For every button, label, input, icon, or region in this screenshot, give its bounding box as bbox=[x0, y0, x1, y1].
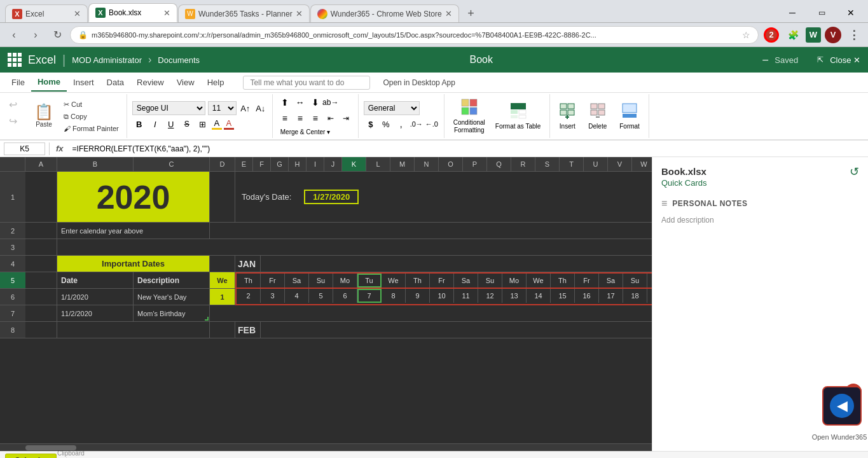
col-head-w[interactable]: W bbox=[632, 157, 652, 171]
close-window-button[interactable]: ✕ bbox=[836, 3, 865, 22]
indent-decrease-btn[interactable]: ⇤ bbox=[324, 111, 338, 125]
cal-d16[interactable]: 16 bbox=[575, 289, 599, 303]
cal-day-fr3[interactable]: Sa bbox=[599, 274, 623, 288]
cal-day-mo1[interactable]: Mo bbox=[333, 274, 357, 288]
col-head-k[interactable]: K bbox=[342, 157, 366, 171]
wunder-fab[interactable]: ◀ bbox=[822, 386, 862, 426]
cal-day-sa3[interactable]: Su bbox=[623, 274, 647, 288]
ribbon-tab-view[interactable]: View bbox=[170, 74, 201, 91]
cal-day-tu2[interactable]: We bbox=[527, 274, 551, 288]
font-decrease-btn[interactable]: A↓ bbox=[254, 102, 267, 114]
tab-book[interactable]: X Book.xlsx ✕ bbox=[88, 3, 177, 22]
cell-e1[interactable]: Today's Date: 1/27/2020 bbox=[235, 172, 652, 223]
col-head-j[interactable]: J bbox=[324, 157, 342, 171]
row-head-3[interactable]: 3 bbox=[0, 239, 25, 256]
scroll-thumb[interactable] bbox=[25, 445, 76, 450]
decimal-increase-btn[interactable]: .0→ bbox=[410, 117, 424, 131]
ribbon-tab-review[interactable]: Review bbox=[130, 74, 170, 91]
align-center-btn[interactable]: ≡ bbox=[293, 111, 307, 125]
align-right-btn[interactable]: ≡ bbox=[308, 111, 322, 125]
cal-day-su3[interactable]: Mo bbox=[647, 274, 652, 288]
redo-button[interactable]: ↪ bbox=[5, 113, 20, 128]
minimize-button[interactable]: ─ bbox=[778, 3, 807, 22]
ribbon-tab-home[interactable]: Home bbox=[31, 73, 67, 92]
cell-feb-label[interactable]: FEB bbox=[235, 322, 261, 338]
strikethrough-button[interactable]: S bbox=[180, 117, 194, 131]
cal-d17[interactable]: 17 bbox=[599, 289, 623, 303]
merge-btn[interactable]: Merge & Center ▾ bbox=[278, 127, 333, 137]
ribbon-tab-insert[interactable]: Insert bbox=[67, 74, 100, 91]
app-grid-icon[interactable] bbox=[8, 53, 22, 67]
fill-color-btn[interactable]: A bbox=[212, 118, 222, 130]
cell-a5[interactable] bbox=[25, 272, 57, 289]
cell-c7[interactable]: Mom's Birthday bbox=[134, 305, 210, 322]
formula-fx-icon[interactable]: fx bbox=[53, 144, 66, 153]
cal-d18[interactable]: 18 bbox=[623, 289, 647, 303]
cell-b3[interactable] bbox=[57, 239, 652, 256]
cal-d10[interactable]: 10 bbox=[430, 289, 454, 303]
cal-day-su1[interactable]: Su bbox=[309, 274, 333, 288]
close-panel-btn[interactable]: Close ✕ bbox=[830, 55, 860, 65]
tab-excel-close[interactable]: ✕ bbox=[74, 9, 81, 18]
col-head-f[interactable]: F bbox=[253, 157, 271, 171]
col-head-r[interactable]: R bbox=[511, 157, 535, 171]
cal-d4[interactable]: 4 bbox=[285, 289, 309, 303]
font-size-select[interactable]: 11 bbox=[208, 101, 237, 115]
ribbon-search-input[interactable] bbox=[243, 76, 370, 90]
cell-d2-rest[interactable] bbox=[210, 223, 652, 239]
align-top-btn[interactable]: ⬆ bbox=[278, 95, 292, 109]
decimal-decrease-btn[interactable]: ←.0 bbox=[425, 117, 439, 131]
align-middle-btn[interactable]: ↔ bbox=[293, 95, 307, 109]
cal-d3[interactable]: 3 bbox=[261, 289, 285, 303]
col-head-g[interactable]: G bbox=[271, 157, 289, 171]
cal-day-su2[interactable]: Su bbox=[478, 274, 502, 288]
cell-jan-label[interactable]: JAN bbox=[235, 256, 261, 272]
col-head-d[interactable]: D bbox=[210, 157, 235, 171]
row-head-2[interactable]: 2 bbox=[0, 223, 25, 239]
ribbon-tab-file[interactable]: File bbox=[5, 74, 31, 91]
font-name-select[interactable]: Segoe UI bbox=[132, 101, 205, 115]
more-options-button[interactable]: ⋮ bbox=[845, 26, 863, 44]
paste-button[interactable]: 📋 Paste bbox=[29, 95, 59, 137]
cal-day-fr1[interactable]: Fr bbox=[261, 274, 285, 288]
number-format-select[interactable]: General bbox=[364, 101, 420, 115]
format-as-table-btn[interactable]: Format as Table bbox=[492, 101, 545, 132]
cell-a3[interactable] bbox=[25, 239, 57, 256]
cell-a6[interactable] bbox=[25, 289, 57, 305]
open-desktop-btn[interactable]: Open in Desktop App bbox=[376, 76, 461, 89]
cal-d14[interactable]: 14 bbox=[527, 289, 551, 303]
cell-b7[interactable]: 11/2/2020 bbox=[57, 305, 134, 322]
cell-b8[interactable] bbox=[57, 322, 210, 338]
cell-a8[interactable] bbox=[25, 322, 57, 338]
sheet-tab-calendar[interactable]: Calendar bbox=[5, 454, 57, 458]
undo-button[interactable]: ↩ bbox=[5, 97, 20, 112]
star-icon[interactable]: ☆ bbox=[742, 30, 750, 40]
user-avatar[interactable]: V bbox=[825, 27, 841, 43]
cell-b1[interactable]: 2020 bbox=[57, 172, 210, 223]
cell-wed-hi[interactable]: We bbox=[210, 272, 235, 289]
cal-d5[interactable]: 5 bbox=[309, 289, 333, 303]
col-head-b[interactable]: B bbox=[57, 157, 134, 171]
col-head-o[interactable]: O bbox=[439, 157, 463, 171]
horizontal-scrollbar[interactable] bbox=[0, 443, 652, 451]
side-panel-subtitle[interactable]: Quick Cards bbox=[661, 178, 859, 188]
cal-date-wed-hi[interactable]: 1 bbox=[210, 289, 235, 305]
font-color-btn[interactable]: A bbox=[224, 118, 234, 130]
word-extension-btn[interactable]: W bbox=[806, 27, 821, 43]
cell-b2[interactable]: Enter calendar year above bbox=[57, 223, 210, 239]
cell-d4[interactable] bbox=[210, 256, 235, 272]
col-head-c[interactable]: C bbox=[134, 157, 210, 171]
cell-reference-input[interactable]: K5 bbox=[4, 142, 45, 155]
maximize-button[interactable]: ▭ bbox=[807, 3, 836, 22]
cal-d9[interactable]: 9 bbox=[406, 289, 430, 303]
cell-b4[interactable]: Important Dates bbox=[57, 256, 210, 272]
address-bar[interactable]: 🔒 m365b946800-my.sharepoint.com/:x:/r/pe… bbox=[70, 26, 759, 44]
cal-d15[interactable]: 15 bbox=[551, 289, 575, 303]
refresh-button[interactable]: ↻ bbox=[48, 26, 66, 44]
row-head-6[interactable]: 6 bbox=[0, 289, 25, 305]
cal-d7-selected[interactable]: 7 bbox=[357, 289, 382, 303]
new-tab-button[interactable]: + bbox=[462, 4, 480, 22]
cell-rest-4[interactable] bbox=[261, 256, 652, 272]
cal-d11[interactable]: 11 bbox=[454, 289, 478, 303]
cell-b6[interactable]: 1/1/2020 bbox=[57, 289, 134, 305]
